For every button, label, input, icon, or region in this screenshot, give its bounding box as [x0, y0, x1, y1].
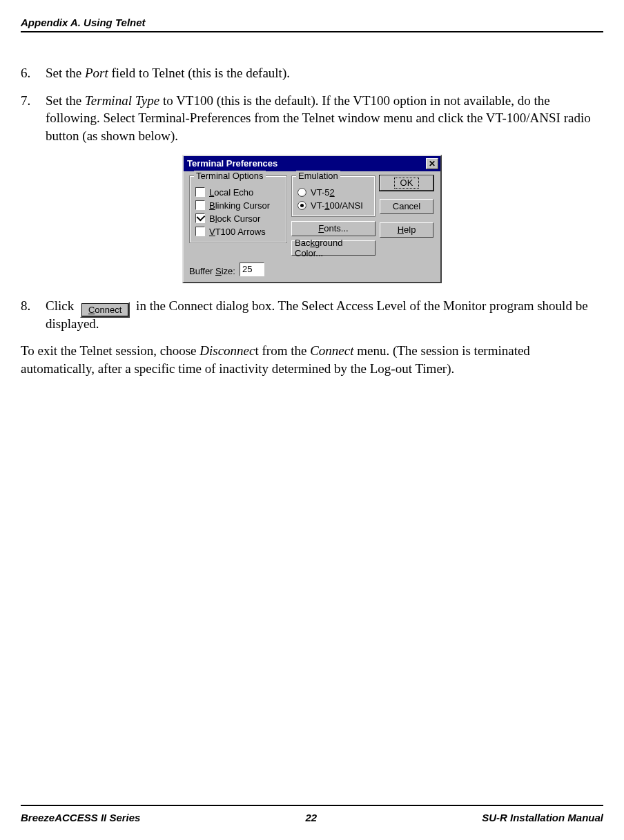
- local-echo-label: Local Echo: [209, 187, 253, 198]
- figure-terminal-preferences: Terminal Preferences ✕ Terminal Options …: [21, 155, 603, 283]
- connect-button[interactable]: Connect: [80, 302, 130, 318]
- fonts-button[interactable]: Fonts...: [291, 221, 376, 236]
- closing-paragraph: To exit the Telnet session, choose Disco…: [21, 342, 603, 377]
- step-8-number: 8.: [21, 297, 46, 333]
- closing-ital1: Disconnec: [199, 343, 255, 358]
- footer-right: SU-R Installation Manual: [482, 812, 603, 823]
- background-color-button-label: Background Color...: [295, 238, 372, 258]
- ok-button-label: OK: [394, 178, 420, 189]
- terminal-options-label: Terminal Options: [194, 171, 266, 181]
- dialog-body: Terminal Options Local Echo Blinking Cur…: [184, 171, 440, 262]
- terminal-options-column: Terminal Options Local Echo Blinking Cur…: [189, 175, 287, 256]
- emulation-group: Emulation VT-52 VT-100/ANSI: [291, 175, 376, 217]
- block-cursor-row[interactable]: Block Cursor: [195, 212, 281, 225]
- cancel-button-label: Cancel: [393, 201, 420, 211]
- blinking-cursor-row[interactable]: Blinking Cursor: [195, 199, 281, 212]
- vt52-radio[interactable]: [298, 188, 306, 197]
- buffer-size-row: Buffer Size:: [184, 262, 440, 282]
- step-7-text: Set the Terminal Type to VT100 (this is …: [46, 92, 603, 145]
- buffer-size-input[interactable]: [240, 262, 264, 276]
- step-6-post: field to Telnet (this is the default).: [108, 66, 290, 80]
- vt100ansi-label: VT-100/ANSI: [311, 200, 363, 211]
- vt100ansi-row[interactable]: VT-100/ANSI: [298, 199, 369, 212]
- blinking-cursor-label: Blinking Cursor: [209, 200, 270, 211]
- step-8: 8. Click Connect in the Connect dialog b…: [21, 297, 603, 333]
- background-color-button[interactable]: Background Color...: [291, 240, 376, 256]
- step-6-number: 6.: [21, 64, 46, 82]
- step-6-text: Set the Port field to Telnet (this is th…: [46, 64, 603, 82]
- terminal-options-group: Terminal Options Local Echo Blinking Cur…: [189, 175, 287, 243]
- footer-left: BreezeACCESS II Series: [21, 812, 140, 823]
- block-cursor-checkbox[interactable]: [195, 213, 205, 223]
- dialog-title: Terminal Preferences: [187, 158, 277, 169]
- step-6-pre: Set the: [46, 66, 85, 80]
- blinking-cursor-checkbox[interactable]: [195, 200, 205, 210]
- vt100ansi-radio[interactable]: [298, 201, 306, 210]
- emulation-label: Emulation: [296, 171, 340, 181]
- vt100-arrows-label: VT100 Arrows: [209, 227, 266, 237]
- step-7-ital: Terminal Type: [85, 93, 159, 108]
- vt52-row[interactable]: VT-52: [298, 186, 369, 199]
- step-7-number: 7.: [21, 92, 46, 145]
- cancel-button[interactable]: Cancel: [380, 199, 433, 214]
- footer-center: 22: [305, 812, 317, 823]
- closing-mid: t from the: [255, 343, 310, 358]
- vt52-label: VT-52: [311, 187, 335, 198]
- closing-ital2: Connect: [310, 343, 353, 358]
- local-echo-checkbox[interactable]: [195, 187, 205, 197]
- block-cursor-label: Block Cursor: [209, 213, 260, 224]
- terminal-preferences-dialog: Terminal Preferences ✕ Terminal Options …: [182, 155, 442, 283]
- emulation-column: Emulation VT-52 VT-100/ANSI Fonts... Bac…: [291, 175, 376, 256]
- dialog-titlebar: Terminal Preferences ✕: [184, 156, 440, 171]
- vt100-arrows-row[interactable]: VT100 Arrows: [195, 225, 281, 238]
- ok-button[interactable]: OK: [380, 175, 433, 191]
- help-button[interactable]: Help: [380, 222, 433, 238]
- side-buttons-column: OK Cancel Help: [380, 175, 433, 256]
- header-left: Appendix A. Using Telnet: [21, 17, 146, 28]
- step-6-ital: Port: [85, 66, 108, 80]
- step-7: 7. Set the Terminal Type to VT100 (this …: [21, 92, 603, 145]
- connect-button-label: Connect: [88, 304, 121, 316]
- fonts-button-label: Fonts...: [318, 223, 348, 233]
- closing-pre: To exit the Telnet session, choose: [21, 343, 199, 358]
- buffer-size-label: Buffer Size:: [189, 266, 235, 276]
- page-footer: BreezeACCESS II Series 22 SU-R Installat…: [21, 805, 603, 823]
- page-header: Appendix A. Using Telnet: [21, 17, 603, 32]
- close-icon[interactable]: ✕: [426, 158, 438, 169]
- step-8-pre: Click: [46, 298, 77, 313]
- local-echo-row[interactable]: Local Echo: [195, 186, 281, 199]
- vt100-arrows-checkbox[interactable]: [195, 227, 205, 236]
- step-7-pre: Set the: [46, 93, 85, 108]
- help-button-label: Help: [398, 225, 416, 235]
- step-8-text: Click Connect in the Connect dialog box.…: [46, 297, 603, 333]
- step-6: 6. Set the Port field to Telnet (this is…: [21, 64, 603, 82]
